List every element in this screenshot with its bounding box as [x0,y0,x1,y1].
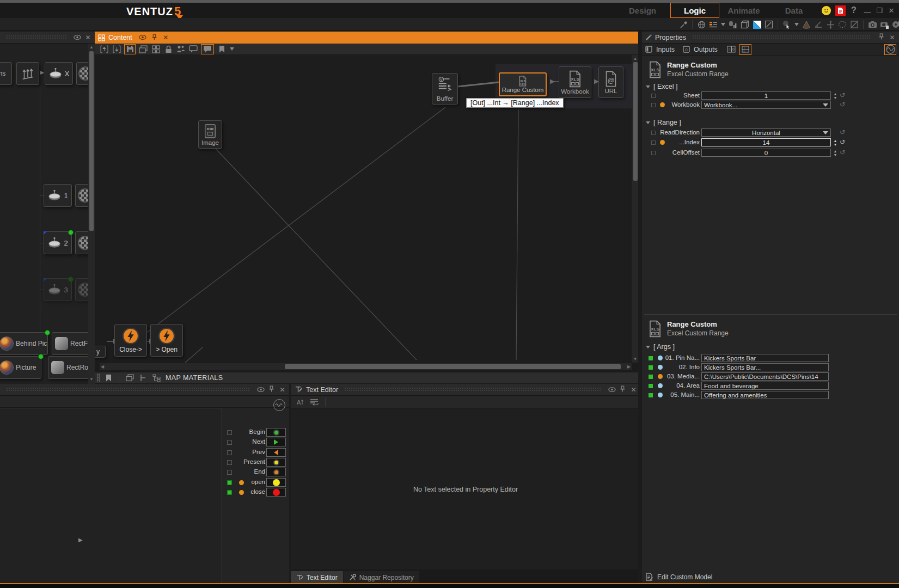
property-checkbox[interactable] [651,131,656,135]
close-panel-icon[interactable]: ✕ [84,34,92,41]
pin-icon[interactable] [150,34,158,42]
layers-icon[interactable] [125,373,134,383]
pin-checkbox[interactable] [227,470,232,475]
node-touch-1[interactable]: 1 [44,184,72,207]
animation-graph-icon[interactable] [273,399,285,411]
select-cursor-icon[interactable] [782,20,792,29]
export-icon[interactable] [112,44,121,54]
camera-export-icon[interactable] [879,20,889,29]
arg-input[interactable]: Kickers Sports Bar [701,354,829,362]
reset-icon[interactable]: ↺ [840,138,845,146]
green-enabled-square[interactable] [649,384,653,388]
text-editor-body[interactable]: No Text selected in Property Editor [291,409,640,569]
panel-splitter[interactable] [638,32,642,588]
node-behind-pic[interactable]: Behind Pic [0,332,48,355]
layer-list-icon[interactable] [708,20,718,29]
pin-row-close[interactable]: close [222,488,289,498]
help-button[interactable]: ? [849,5,858,15]
device-stats-icon[interactable] [728,20,738,29]
tab-inputs[interactable]: Inputs [656,46,675,53]
index-input[interactable]: 14 [701,138,831,146]
workbook-dropdown[interactable]: Workbook... [701,101,831,109]
node-touch-2[interactable]: 2 [44,231,72,254]
collapse-triangle-icon[interactable] [646,85,650,88]
pin-value-close[interactable] [266,488,286,497]
pin-row-open[interactable]: open [222,478,289,488]
audio-disc-icon[interactable] [891,20,899,29]
pin-checkbox[interactable] [227,440,232,445]
section-excel[interactable]: [ Excel ] [646,83,677,90]
reset-icon[interactable]: ↺ [840,128,845,136]
property-checkbox[interactable] [651,103,656,107]
eyedropper-icon[interactable] [678,20,688,29]
io-grouped-icon[interactable]: Io [739,44,751,55]
node-partial[interactable]: ns [0,62,12,85]
hierarchy-icon[interactable] [152,373,162,383]
pin-value-prev[interactable] [266,448,286,457]
content-hscrollbar[interactable]: ◀ ▶ [100,363,632,370]
property-checkbox[interactable] [651,94,656,98]
scroll-right-icon[interactable]: ▶ [627,364,631,369]
node-partial-y[interactable]: y [95,346,106,358]
arg-input[interactable]: Food and beverage [701,382,829,390]
tab-naggar-repository[interactable]: Naggar Repository [344,571,419,584]
node-graph-canvas[interactable]: Image Buffer Range Custom Workbook URL [… [95,55,632,363]
save-layout-icon[interactable] [124,44,136,54]
pin-value-begin[interactable] [266,428,286,437]
char-spacing-icon[interactable]: A [295,397,305,407]
spinner-icon[interactable]: ▲▼ [833,149,838,157]
reset-icon[interactable]: ↺ [840,101,845,108]
scroll-up-icon[interactable]: ▲ [89,45,94,50]
scroll-left-icon[interactable]: ◀ [101,364,104,369]
notes-document-icon[interactable] [835,5,846,16]
arg-input[interactable]: Offering and amenities [701,391,829,399]
pin-icon[interactable] [267,385,276,394]
scroll-down-icon[interactable]: ▼ [633,357,638,362]
pin-checkbox[interactable] [227,480,232,485]
maximize-button[interactable]: ❒ [876,7,883,15]
arg-input[interactable]: Kickers Sports Bar... [701,363,829,371]
collapse-triangle-icon[interactable] [646,346,650,348]
pin-row-prev[interactable]: Prev [222,448,289,458]
tab-text-editor[interactable]: Text Editor [291,571,343,584]
drag-grip[interactable] [97,373,100,382]
pin-checkbox[interactable] [227,430,232,435]
close-panel-icon[interactable]: ✕ [629,386,638,394]
menu-data[interactable]: Data [778,3,810,18]
content-panel-header[interactable]: Content ✕ [95,32,638,44]
menu-logic[interactable]: Logic [670,3,719,18]
bookmark-caret-icon[interactable] [229,44,235,54]
spinner-icon[interactable]: ▲▼ [833,92,838,100]
probe-icon[interactable] [138,373,148,383]
close-panel-icon[interactable]: ✕ [888,34,896,41]
tab-outputs[interactable]: Outputs [694,46,718,53]
node-open[interactable]: > Open [150,324,183,357]
node-axes[interactable] [16,62,39,85]
node-close[interactable]: Close-> [114,324,147,357]
smiley-icon[interactable] [822,6,831,15]
angle-icon[interactable] [814,20,823,29]
gradient-square-icon[interactable] [752,20,762,29]
animation-toggle-icon[interactable] [884,44,896,55]
menu-design[interactable]: Design [621,3,664,18]
bookmark-icon[interactable] [217,44,227,54]
cone-icon[interactable] [802,20,811,29]
visibility-eye-icon[interactable] [256,386,265,394]
celloffset-input[interactable]: 0 [701,149,831,157]
lock-icon[interactable] [163,44,173,54]
pin-value-open[interactable] [266,478,286,487]
scrollbar-thumb[interactable] [633,62,638,181]
close-button[interactable]: ✕ [888,7,895,15]
expand-arrow-icon[interactable]: ▶ [78,537,83,543]
property-checkbox[interactable] [651,140,656,145]
line-wrap-icon[interactable] [309,397,319,407]
menu-animate[interactable]: Animate [722,3,766,18]
pin-value-end[interactable] [266,468,286,476]
node-range-custom[interactable]: Range Custom [499,72,547,96]
reset-icon[interactable]: ↺ [840,91,845,99]
io-columns-icon[interactable]: I0 [726,45,736,54]
map-materials-bar[interactable]: MAP MATERIALS [95,372,638,383]
presenter-icon[interactable] [176,44,186,54]
comment-icon[interactable] [188,44,198,54]
move-crosshair-icon[interactable] [825,20,835,29]
